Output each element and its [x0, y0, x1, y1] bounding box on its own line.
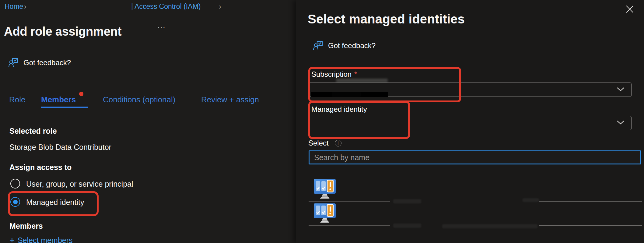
- add-role-assignment-page: Home › | Access Control (IAM) › Add role…: [0, 0, 296, 243]
- radio-user-group-service-principal[interactable]: [10, 179, 20, 188]
- redaction-smudge: [336, 79, 388, 83]
- subscription-label: Subscription*: [311, 70, 357, 79]
- page-title: Add role assignment: [4, 25, 121, 38]
- list-divider: [309, 225, 390, 226]
- section-divider: [308, 57, 644, 57]
- selected-role-value: Storage Blob Data Contributor: [9, 143, 111, 152]
- plus-icon: +: [9, 236, 15, 243]
- subscription-dropdown[interactable]: [309, 83, 632, 97]
- tab-conditions[interactable]: Conditions (optional): [103, 95, 175, 104]
- tab-role[interactable]: Role: [9, 95, 25, 104]
- more-options-button[interactable]: …: [157, 20, 166, 30]
- list-divider: [309, 201, 390, 202]
- feedback-icon: [9, 58, 19, 68]
- chevron-down-icon: [617, 87, 625, 92]
- breadcrumb-access-control-link[interactable]: | Access Control (IAM): [131, 2, 201, 11]
- select-members-label: Select members: [18, 236, 73, 243]
- screen: Home › | Access Control (IAM) › Add role…: [0, 0, 644, 243]
- select-label: Select: [308, 139, 329, 147]
- members-tab-unsaved-dot: [79, 92, 83, 96]
- radio-label-managed-identity[interactable]: Managed identity: [26, 198, 84, 207]
- section-divider: [4, 73, 295, 73]
- tab-review-assign[interactable]: Review + assign: [201, 95, 259, 104]
- list-divider: [539, 201, 642, 202]
- assign-access-heading: Assign access to: [9, 163, 72, 172]
- info-icon[interactable]: i: [335, 140, 341, 146]
- select-label-row: Select i: [308, 139, 341, 147]
- virtual-machine-icon: [313, 203, 336, 224]
- virtual-machine-icon: [313, 179, 336, 199]
- tab-members[interactable]: Members: [41, 95, 76, 104]
- selected-role-heading: Selected role: [9, 127, 57, 136]
- close-icon: [626, 5, 634, 13]
- required-asterisk: *: [354, 70, 357, 78]
- chevron-right-icon: ›: [24, 2, 26, 11]
- chevron-down-icon: [617, 120, 625, 125]
- active-tab-underline: [41, 107, 88, 108]
- identity-list-item[interactable]: [309, 178, 641, 200]
- select-managed-identities-panel: Select managed identities Got feedback?: [296, 0, 644, 243]
- feedback-link[interactable]: Got feedback?: [313, 40, 376, 52]
- radio-managed-identity[interactable]: [10, 197, 20, 207]
- feedback-icon: [313, 40, 324, 51]
- feedback-label: Got feedback?: [328, 41, 376, 50]
- panel-title: Select managed identities: [308, 12, 465, 26]
- redaction-smudge: [442, 224, 537, 228]
- close-panel-button[interactable]: [624, 3, 636, 15]
- search-box: [309, 150, 641, 164]
- list-divider: [539, 225, 642, 226]
- breadcrumb-home-link[interactable]: Home: [5, 2, 23, 11]
- chevron-right-icon: ›: [219, 2, 221, 11]
- feedback-link[interactable]: Got feedback?: [9, 57, 71, 69]
- feedback-label: Got feedback?: [23, 58, 71, 67]
- radio-label-user-group[interactable]: User, group, or service principal: [26, 180, 133, 188]
- members-heading: Members: [9, 222, 43, 231]
- managed-identity-dropdown[interactable]: [309, 116, 632, 130]
- managed-identity-label: Managed identity: [311, 105, 367, 114]
- select-members-link[interactable]: + Select members: [9, 236, 73, 243]
- identity-list-item[interactable]: [309, 203, 641, 225]
- search-input[interactable]: [310, 151, 640, 164]
- breadcrumb: Home › | Access Control (IAM) ›: [5, 2, 291, 12]
